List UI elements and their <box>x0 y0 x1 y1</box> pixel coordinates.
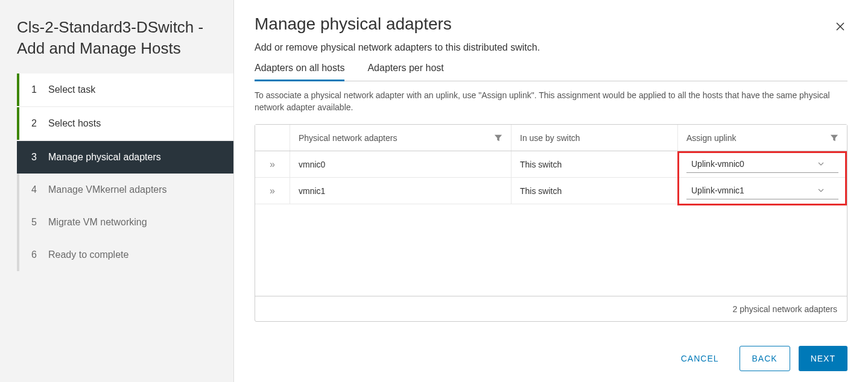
wizard-steps: 1 Select task 2 Select hosts 3 Manage ph… <box>0 74 233 271</box>
step-select-task[interactable]: 1 Select task <box>17 74 233 106</box>
step-number: 6 <box>31 249 46 260</box>
step-label: Select hosts <box>48 118 101 129</box>
button-bar: CANCEL BACK NEXT <box>255 346 847 371</box>
close-button[interactable] <box>833 19 847 34</box>
col-header-label: Physical network adapters <box>299 133 397 143</box>
step-select-hosts[interactable]: 2 Select hosts <box>17 107 233 140</box>
cell-adapter: vmnic1 <box>290 178 512 204</box>
uplink-select[interactable]: Uplink-vmnic1 <box>686 183 838 199</box>
step-number: 2 <box>31 118 46 129</box>
adapters-grid: Physical network adapters In use by swit… <box>255 124 847 322</box>
step-number: 3 <box>31 152 46 163</box>
grid-body: » vmnic0 This switch Uplink-vmnic0 » <box>255 151 847 296</box>
step-label: Manage VMkernel adapters <box>48 184 167 195</box>
grid-footer: 2 physical network adapters <box>255 296 847 321</box>
wizard-sidebar: Cls-2-Standard3-DSwitch - Add and Manage… <box>0 0 234 382</box>
tab-description: To associate a physical network adapter … <box>255 90 847 113</box>
col-header-adapter[interactable]: Physical network adapters <box>290 125 512 151</box>
col-header-uplink[interactable]: Assign uplink <box>678 125 847 151</box>
chevron-down-icon <box>818 162 824 166</box>
cell-uplink: Uplink-vmnic1 <box>678 178 847 204</box>
uplink-select[interactable]: Uplink-vmnic0 <box>686 156 838 173</box>
next-button[interactable]: NEXT <box>799 346 847 371</box>
step-label: Migrate VM networking <box>48 217 147 228</box>
back-button[interactable]: BACK <box>740 346 790 371</box>
filter-icon[interactable] <box>830 134 838 142</box>
cell-uplink: Uplink-vmnic0 <box>678 151 847 177</box>
tabs: Adapters on all hosts Adapters per host <box>255 63 847 81</box>
step-migrate-vm-networking[interactable]: 5 Migrate VM networking <box>17 206 233 239</box>
chevron-double-right-icon: » <box>270 159 275 170</box>
close-icon <box>835 22 845 31</box>
expand-button[interactable]: » <box>255 151 290 177</box>
step-label: Ready to complete <box>48 249 128 260</box>
col-expand <box>255 125 290 151</box>
filter-icon[interactable] <box>494 134 502 142</box>
step-label: Manage physical adapters <box>48 152 161 163</box>
col-header-label: Assign uplink <box>686 133 737 143</box>
col-header-label: In use by switch <box>520 133 580 143</box>
tab-adapters-per-host[interactable]: Adapters per host <box>367 63 443 81</box>
table-row: » vmnic0 This switch Uplink-vmnic0 <box>255 151 847 178</box>
chevron-down-icon <box>818 189 824 192</box>
step-manage-vmkernel-adapters[interactable]: 4 Manage VMkernel adapters <box>17 174 233 206</box>
expand-button[interactable]: » <box>255 178 290 204</box>
step-number: 1 <box>31 84 46 95</box>
grid-header: Physical network adapters In use by swit… <box>255 125 847 151</box>
step-number: 4 <box>31 184 46 195</box>
step-manage-physical-adapters[interactable]: 3 Manage physical adapters <box>17 141 233 174</box>
tab-adapters-all-hosts[interactable]: Adapters on all hosts <box>255 63 344 81</box>
cancel-button[interactable]: CANCEL <box>669 346 731 371</box>
wizard-title: Cls-2-Standard3-DSwitch - Add and Manage… <box>0 17 233 74</box>
col-header-switch[interactable]: In use by switch <box>512 125 678 151</box>
select-value: Uplink-vmnic0 <box>691 159 744 169</box>
page-subtitle: Add or remove physical network adapters … <box>255 42 847 53</box>
page-title: Manage physical adapters <box>255 14 847 34</box>
cell-switch: This switch <box>512 151 678 177</box>
cell-switch: This switch <box>512 178 678 204</box>
step-ready-to-complete[interactable]: 6 Ready to complete <box>17 239 233 271</box>
main-panel: Manage physical adapters Add or remove p… <box>234 0 868 382</box>
table-row: » vmnic1 This switch Uplink-vmnic1 <box>255 178 847 204</box>
grid-count: 2 physical network adapters <box>732 304 837 314</box>
step-label: Select task <box>48 84 95 95</box>
select-value: Uplink-vmnic1 <box>691 186 744 195</box>
step-number: 5 <box>31 217 46 228</box>
chevron-double-right-icon: » <box>270 186 275 196</box>
cell-adapter: vmnic0 <box>290 151 512 177</box>
